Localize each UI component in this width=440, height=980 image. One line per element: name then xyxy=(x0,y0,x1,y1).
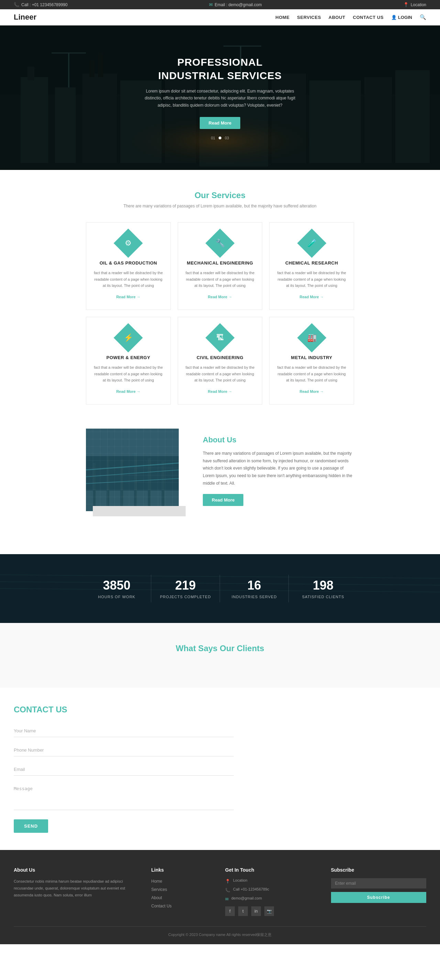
service-readmore-0[interactable]: Read More xyxy=(116,295,140,299)
email-info: ✉ Email : demo@gmail.com xyxy=(209,2,262,7)
subscribe-input[interactable] xyxy=(331,878,427,888)
service-desc-4: fact that a reader will be distracted by… xyxy=(185,364,256,383)
nav-services[interactable]: SERVICES xyxy=(297,15,321,20)
hero-cta-button[interactable]: Read More xyxy=(200,117,240,129)
testimonials-section: What Says Our Clients xyxy=(0,623,440,687)
footer-contact-title: Get In Touch xyxy=(225,867,321,873)
service-readmore-5[interactable]: Read More xyxy=(300,390,324,393)
footer-about-text: Consectetur nobis minima harum beatae re… xyxy=(14,878,141,899)
service-desc-2: fact that a reader will be distracted by… xyxy=(276,270,347,289)
service-desc-3: fact that a reader will be distracted by… xyxy=(93,364,164,383)
nav-home[interactable]: HOME xyxy=(275,15,289,20)
contact-section: CONTACT US SEND xyxy=(0,687,440,850)
service-title-1: MECHANICAL ENGINEERING xyxy=(185,260,256,266)
service-title-2: CHEMICAL RESEARCH xyxy=(276,260,347,266)
service-icon-4: 🏗 xyxy=(206,323,235,353)
about-image-wrap xyxy=(86,429,189,513)
svg-rect-25 xyxy=(106,456,109,511)
svg-rect-34 xyxy=(86,429,179,511)
service-icon-3: ⚡ xyxy=(114,323,143,353)
footer-location-text: Location xyxy=(233,878,248,882)
service-icon-inner-1: 🔧 xyxy=(215,239,224,248)
service-desc-5: fact that a reader will be distracted by… xyxy=(276,364,347,383)
service-card-5: 🏭 METAL INDUSTRY fact that a reader will… xyxy=(269,317,354,404)
services-grid: ⚙ OIL & GAS PRODUCTION fact that a reade… xyxy=(86,222,354,404)
hero-description: Lorem ipsum dolor sit amet consectetur, … xyxy=(141,88,299,109)
service-icon-inner-2: 🧪 xyxy=(307,239,316,248)
phone-input[interactable] xyxy=(14,744,234,756)
service-desc-1: fact that a reader will be distracted by… xyxy=(185,270,256,289)
nav-about[interactable]: ABOUT xyxy=(329,15,345,20)
site-logo[interactable]: Lineer xyxy=(14,13,37,22)
name-input[interactable] xyxy=(14,725,234,737)
service-icon-inner-3: ⚡ xyxy=(124,333,133,342)
stat-number-0: 3850 xyxy=(89,578,144,593)
service-card-4: 🏗 CIVIL ENGINEERING fact that a reader w… xyxy=(178,317,263,404)
dot-1-label: 01 xyxy=(211,136,215,140)
footer-email: ✉ demo@gmail.com xyxy=(225,896,321,902)
svg-line-32 xyxy=(86,479,179,484)
phone-info: 📞 Call : +01 123456789990 xyxy=(14,2,67,7)
nav-login[interactable]: 👤 LOGIN xyxy=(391,15,412,20)
search-icon[interactable]: 🔍 xyxy=(420,14,426,20)
service-readmore-3[interactable]: Read More xyxy=(116,390,140,393)
footer-grid: About Us Consectetur nobis minima harum … xyxy=(14,867,426,916)
hero-content: PROFESSIONAL INDUSTRIAL SERVICES Lorem i… xyxy=(134,41,306,154)
nav-contact[interactable]: CONTACT US xyxy=(353,15,384,20)
svg-rect-33 xyxy=(86,429,179,456)
message-input[interactable] xyxy=(14,783,234,810)
facebook-icon[interactable]: f xyxy=(225,907,235,916)
login-icon: 👤 xyxy=(391,15,397,20)
footer-contact: Get In Touch 📍 Location 📞 Call +01-12345… xyxy=(225,867,321,916)
service-card-0: ⚙ OIL & GAS PRODUCTION fact that a reade… xyxy=(86,222,171,310)
footer-email-text: demo@gmail.com xyxy=(231,896,262,900)
send-button[interactable]: SEND xyxy=(14,819,48,833)
footer-copyright: Copyright © 2023 Company name All rights… xyxy=(14,926,426,937)
service-title-3: POWER & ENERGY xyxy=(93,355,164,360)
service-readmore-1[interactable]: Read More xyxy=(208,295,232,299)
dot-active[interactable] xyxy=(219,137,221,139)
stat-number-3: 198 xyxy=(295,578,351,593)
svg-rect-29 xyxy=(162,461,164,511)
phone-icon: 📞 xyxy=(14,2,19,7)
svg-rect-27 xyxy=(134,453,137,511)
footer-subscribe: Subscribe Subscribe xyxy=(331,867,427,916)
svg-rect-22 xyxy=(86,429,179,511)
about-content-wrap: About Us There are many variations of pa… xyxy=(86,429,354,513)
stats-container: 3850 HOURS OF WORK 219 PROJECTS COMPLETE… xyxy=(14,575,426,602)
footer-email-icon: ✉ xyxy=(225,897,229,902)
footer-location-icon: 📍 xyxy=(225,879,230,884)
about-cta-button[interactable]: Read More xyxy=(203,494,243,506)
footer-phone-text: Call +01-123456789c xyxy=(233,887,269,891)
footer-link-2[interactable]: About xyxy=(151,896,162,900)
about-description: There are many variations of passages of… xyxy=(203,450,354,487)
service-readmore-2[interactable]: Read More xyxy=(300,295,324,299)
service-readmore-4[interactable]: Read More xyxy=(208,390,232,393)
footer: About Us Consectetur nobis minima harum … xyxy=(0,850,440,944)
location-text: Location xyxy=(411,2,426,7)
svg-rect-28 xyxy=(148,458,151,511)
services-subtitle: There are many variations of passages of… xyxy=(14,204,426,208)
footer-subscribe-title: Subscribe xyxy=(331,867,427,873)
subscribe-button[interactable]: Subscribe xyxy=(331,892,427,903)
instagram-icon[interactable]: 📷 xyxy=(264,907,274,916)
linkedin-icon[interactable]: in xyxy=(251,907,261,916)
footer-link-1[interactable]: Services xyxy=(151,887,167,892)
service-card-1: 🔧 MECHANICAL ENGINEERING fact that a rea… xyxy=(178,222,263,310)
nav-links: HOME SERVICES ABOUT CONTACT US 👤 LOGIN 🔍 xyxy=(275,14,426,20)
hero-pagination: 01 03 xyxy=(141,136,299,140)
top-bar: 📞 Call : +01 123456789990 ✉ Email : demo… xyxy=(0,0,440,9)
twitter-icon[interactable]: t xyxy=(238,907,248,916)
email-input[interactable] xyxy=(14,763,234,776)
stat-item-1: 219 PROJECTS COMPLETED xyxy=(151,575,220,602)
footer-location: 📍 Location xyxy=(225,878,321,884)
stat-number-2: 16 xyxy=(227,578,281,593)
service-card-3: ⚡ POWER & ENERGY fact that a reader will… xyxy=(86,317,171,404)
service-icon-inner-5: 🏭 xyxy=(307,333,316,342)
footer-links-list: HomeServicesAboutContact Us xyxy=(151,878,215,908)
location-info: 📍 Location xyxy=(403,2,426,7)
footer-link-0[interactable]: Home xyxy=(151,879,162,884)
stat-label-2: INDUSTRIES SERVED xyxy=(227,595,281,599)
footer-link-3[interactable]: Contact Us xyxy=(151,904,172,908)
service-icon-5: 🏭 xyxy=(297,323,326,353)
